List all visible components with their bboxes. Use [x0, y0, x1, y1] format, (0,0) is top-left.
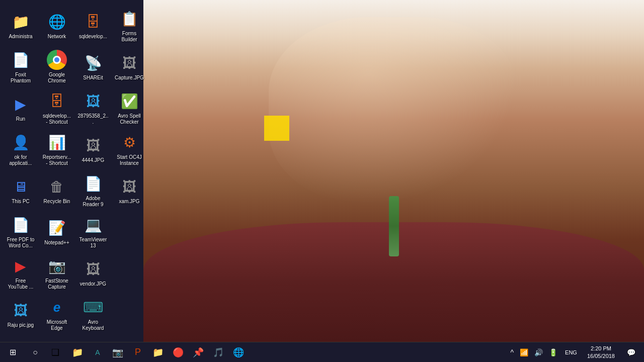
capture-jpg-icon: 🖼 — [119, 53, 139, 73]
desktop-icon-free-youtube[interactable]: ▶ Free YouTube ... — [3, 253, 38, 293]
desktop-icon-notepadpp[interactable]: 📝 Notepad++ — [39, 212, 74, 252]
cursor-circle — [264, 116, 289, 141]
sqldeveloper-icon: 🗄 — [83, 12, 103, 32]
taskbar-chrome-running[interactable]: 🌐 — [228, 342, 249, 363]
desktop-icon-4444jpg[interactable]: 🖼 4444.JPG — [75, 129, 111, 169]
desktop-icon-this-pc[interactable]: 🖥 This PC — [3, 170, 38, 211]
desktop-icon-capture-jpg[interactable]: 🖼 Capture.JPG — [112, 47, 147, 87]
notepadpp-label: Notepad++ — [44, 240, 69, 246]
desktop-icon-start-oc4j[interactable]: ⚙ Start OC4J Instance — [112, 129, 147, 169]
recycle-bin-label: Recycle Bin — [44, 199, 70, 205]
desktop-icon-foxit[interactable]: 📄 Foxit Phantom — [3, 47, 38, 87]
chrome-icon — [47, 50, 67, 70]
taskbar-presentation[interactable]: P — [128, 342, 148, 363]
tray-volume-icon[interactable]: 🔊 — [533, 347, 544, 357]
foxit-label: Foxit Phantom — [5, 72, 36, 84]
avro-spell-label: Avro Spell Checker — [114, 113, 145, 125]
tray-chevron[interactable]: ^ — [509, 347, 516, 357]
notification-button[interactable]: 💬 — [622, 342, 640, 363]
raju-pic-icon: 🖼 — [11, 300, 31, 320]
reportserver-shortcut-label: Reportserv... - Shortcut — [41, 154, 72, 166]
desktop-icon-chrome[interactable]: Google Chrome — [39, 47, 74, 87]
desktop-icon-avro-spell[interactable]: ✅ Avro Spell Checker — [112, 88, 147, 128]
taskbar-folder[interactable]: 📁 — [148, 342, 168, 363]
xam-jpg-icon: 🖼 — [119, 176, 139, 197]
avro-taskbar-icon: A — [95, 348, 100, 356]
teamviewer-icon: 💻 — [83, 215, 103, 235]
run-icon: ▶ — [11, 94, 31, 114]
desktop-icon-shareit[interactable]: 📡 SHAREit — [75, 47, 111, 87]
desktop-icon-forms-builder[interactable]: 📋 Forms Builder — [112, 6, 147, 46]
desktop: 📁 Administra 📄 Foxit Phantom ▶ Run 👤 ok … — [0, 0, 143, 342]
clock-time: 2:20 PM — [591, 345, 611, 352]
file-explorer-icon: 📁 — [72, 347, 83, 358]
sqldeveloper-shortcut-label: sqldevelop... - Shortcut — [41, 113, 72, 125]
system-tray: ^ 📶 🔊 🔋 ENG 2:20 PM 16/05/2018 💬 — [505, 342, 644, 363]
taskbar-app6[interactable]: 🔴 — [168, 342, 188, 363]
app6-taskbar-icon: 🔴 — [173, 347, 184, 358]
clock-date: 16/05/2018 — [587, 352, 615, 359]
administrator-label: Administra — [9, 34, 32, 40]
shareit-label: SHAREit — [83, 75, 103, 81]
desktop-icon-teamviewer[interactable]: 💻 TeamViewer 13 — [75, 212, 111, 252]
desktop-icon-free-pdf[interactable]: 📄 Free PDF to Word Co... — [3, 212, 38, 252]
desktop-icon-raju-pic[interactable]: 🖼 Raju pic.jpg — [3, 294, 38, 334]
desktop-icon-sqldeveloper[interactable]: 🗄 sqldevelop... — [75, 6, 111, 46]
desktop-icon-sqldeveloper-shortcut[interactable]: 🗄 sqldevelop... - Shortcut — [39, 88, 74, 128]
start-button[interactable]: ⊞ — [0, 342, 25, 363]
this-pc-icon: 🖥 — [11, 176, 31, 197]
desktop-icon-ok-for-app[interactable]: 👤 ok for applicati... — [3, 129, 38, 169]
tray-battery-icon[interactable]: 🔋 — [547, 347, 559, 357]
desktop-icon-recycle-bin[interactable]: 🗑 Recycle Bin — [39, 170, 74, 211]
desktop-icon-network[interactable]: 🌐 Network — [39, 6, 74, 46]
raju-pic-label: Raju pic.jpg — [8, 322, 34, 328]
free-pdf-label: Free PDF to Word Co... — [5, 237, 36, 249]
28795358-icon: 🖼 — [83, 91, 103, 111]
desktop-icon-run[interactable]: ▶ Run — [3, 88, 38, 128]
desktop-icon-28795358[interactable]: 🖼 28795358_2... — [75, 88, 111, 128]
desktop-icon-microsoft-edge[interactable]: e Microsoft Edge — [39, 294, 74, 334]
desktop-icon-vendor-jpg[interactable]: 🖼 vendor.JPG — [75, 253, 111, 293]
notification-icon: 💬 — [627, 348, 635, 356]
28795358-label: 28795358_2... — [77, 113, 109, 125]
presentation-taskbar-icon: P — [135, 347, 141, 357]
sqldeveloper-shortcut-icon: 🗄 — [47, 91, 67, 111]
folder-taskbar-icon: 📁 — [152, 347, 164, 358]
taskbar-clock[interactable]: 2:20 PM 16/05/2018 — [583, 345, 619, 359]
microsoft-edge-label: Microsoft Edge — [41, 319, 72, 331]
sqldeveloper-label: sqldevelop... — [79, 34, 107, 40]
taskbar-screen-capture[interactable]: 📷 — [108, 342, 128, 363]
reportserver-shortcut-icon: 📊 — [47, 132, 67, 152]
desktop-icon-xam-jpg[interactable]: 🖼 xam.JPG — [112, 170, 147, 211]
adobe-reader-icon: 📄 — [83, 173, 103, 194]
free-youtube-label: Free YouTube ... — [5, 278, 36, 290]
taskbar-avro[interactable]: A — [88, 342, 108, 363]
desktop-icon-faststone[interactable]: 📷 FastStone Capture — [39, 253, 74, 293]
free-youtube-icon: ▶ — [11, 256, 31, 276]
desktop-icon-administrator[interactable]: 📁 Administra — [3, 6, 38, 46]
run-label: Run — [16, 116, 25, 122]
task-view-button[interactable]: ❑ — [45, 342, 65, 363]
free-pdf-icon: 📄 — [11, 215, 31, 235]
taskbar-music[interactable]: 🎵 — [208, 342, 228, 363]
avro-keyboard-label: Avro Keyboard — [77, 319, 109, 331]
tray-network-icon[interactable]: 📶 — [518, 347, 530, 357]
faststone-label: FastStone Capture — [41, 278, 72, 290]
xam-jpg-label: xam.JPG — [119, 199, 139, 205]
4444jpg-icon: 🖼 — [83, 135, 103, 155]
capture-jpg-label: Capture.JPG — [115, 75, 144, 81]
ok-for-app-icon: 👤 — [11, 132, 31, 152]
recycle-bin-icon: 🗑 — [47, 176, 67, 197]
desktop-icon-adobe-reader[interactable]: 📄 Adobe Reader 9 — [75, 170, 111, 211]
taskbar-app7[interactable]: 📌 — [188, 342, 208, 363]
taskbar-file-explorer[interactable]: 📁 — [67, 342, 88, 363]
face-photo — [143, 0, 644, 342]
desktop-icon-avro-keyboard[interactable]: ⌨ Avro Keyboard — [75, 294, 111, 334]
tray-language[interactable]: ENG — [562, 349, 580, 355]
desktop-icon-reportserver-shortcut[interactable]: 📊 Reportserv... - Shortcut — [39, 129, 74, 169]
start-oc4j-icon: ⚙ — [119, 132, 139, 152]
microsoft-edge-icon: e — [47, 297, 67, 317]
taskbar-apps: 📁 A 📷 P 📁 🔴 📌 🎵 🌐 — [65, 342, 505, 363]
cortana-button[interactable]: ○ — [25, 342, 45, 363]
4444jpg-label: 4444.JPG — [82, 157, 104, 163]
